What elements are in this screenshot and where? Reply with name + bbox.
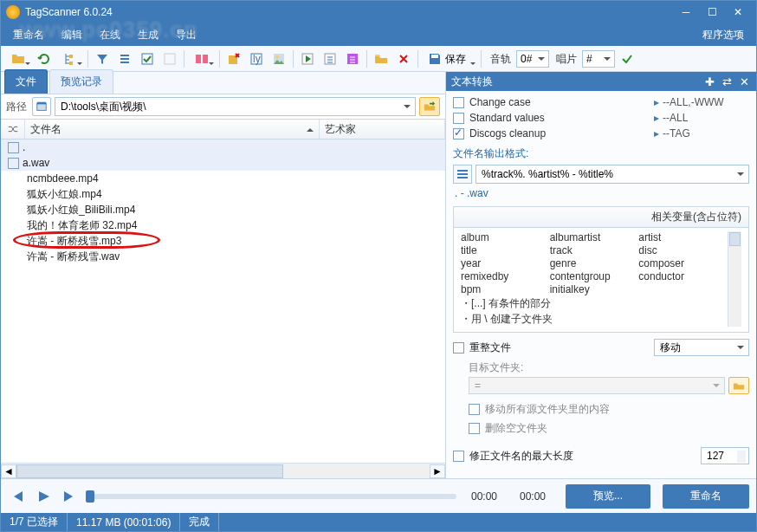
transform-row[interactable]: Discogs cleanup▸--TAG (453, 126, 749, 141)
select-all-button[interactable] (137, 49, 158, 69)
var-item[interactable] (638, 283, 728, 295)
remove-tag-button[interactable] (223, 49, 244, 69)
scroll-left-button[interactable]: ◄ (1, 464, 16, 478)
dest-label: 目标文件夹: (453, 360, 749, 375)
file-row[interactable]: 我的！体育老师 32.mp4 (1, 217, 445, 233)
var-item[interactable]: albumartist (550, 231, 639, 243)
var-item[interactable]: contentgroup (550, 270, 639, 282)
vars-scrollbar[interactable] (728, 231, 741, 327)
path-go-button[interactable] (419, 97, 440, 116)
tree-view-button[interactable] (56, 49, 84, 69)
transform-row[interactable]: Change case▸--ALL,-WWW (453, 94, 749, 110)
refresh-button[interactable] (34, 49, 55, 69)
move-all-checkbox[interactable] (469, 404, 480, 415)
seek-knob[interactable] (86, 490, 94, 503)
tab-preview[interactable]: 预览记录 (49, 69, 113, 94)
dest-browse-button[interactable] (728, 377, 749, 394)
menu-program-settings[interactable]: 程序选项 (694, 24, 753, 46)
var-item[interactable]: disc (638, 244, 728, 256)
col-shuffle[interactable] (1, 120, 25, 139)
menu-edit[interactable]: 编辑 (53, 24, 91, 46)
tab-file[interactable]: 文件 (4, 69, 48, 94)
maxlen-input[interactable]: 127 (701, 447, 749, 464)
format-input[interactable]: %track%. %artist% - %title% (476, 165, 749, 184)
clear-selection-button[interactable] (159, 49, 180, 69)
play-button[interactable] (297, 49, 318, 69)
save-dropdown[interactable]: 保存 (422, 49, 477, 69)
status-bar: 1/7 已选择 11.17 MB (00:01:06) 完成 (1, 513, 756, 531)
player-prev-button[interactable] (8, 487, 27, 506)
tag-to-tag-button[interactable] (188, 49, 216, 69)
player-play-button[interactable] (34, 487, 53, 506)
var-item[interactable]: bpm (461, 283, 550, 295)
track-combo[interactable]: 0# (516, 50, 549, 68)
explorer-button[interactable] (371, 49, 391, 69)
var-item[interactable]: artist (638, 231, 728, 243)
file-root-row[interactable]: . (1, 139, 445, 155)
enqueue-button[interactable] (320, 49, 340, 69)
file-row-selected[interactable]: a.wav (1, 155, 445, 171)
reorganize-checkbox[interactable] (453, 342, 464, 354)
rename-button[interactable]: 重命名 (663, 484, 749, 509)
dest-input[interactable]: = (469, 377, 725, 394)
path-root-icon[interactable] (32, 97, 51, 116)
save-label: 保存 (445, 52, 466, 67)
var-item[interactable]: track (550, 244, 639, 256)
var-item[interactable]: composer (638, 257, 728, 269)
preview-button[interactable]: 预览... (566, 484, 650, 509)
maximize-button[interactable]: ☐ (699, 3, 725, 22)
transform-checkbox[interactable] (453, 113, 464, 124)
format-example-link[interactable]: . - .wav (453, 187, 749, 199)
minimize-button[interactable]: ─ (673, 3, 699, 22)
cover-button[interactable] (269, 49, 289, 69)
panel-close-button[interactable]: ✕ (737, 75, 751, 88)
var-item[interactable]: remixedby (461, 270, 550, 282)
playlist-button[interactable] (342, 49, 363, 69)
format-presets-button[interactable] (453, 165, 472, 184)
var-item[interactable]: year (461, 257, 550, 269)
menu-generate[interactable]: 生成 (129, 24, 167, 46)
transform-checkbox[interactable] (453, 128, 464, 139)
file-list[interactable]: . a.wav ncmbdeee.mp4 狐妖小红娘.mp4 狐妖小红娘_Bil… (1, 139, 445, 463)
list-button[interactable] (114, 49, 135, 69)
maxlen-checkbox[interactable] (453, 451, 464, 462)
panel-config-button[interactable]: ⇄ (720, 75, 734, 88)
apply-numbering-button[interactable] (617, 49, 637, 69)
var-item[interactable]: initialkey (550, 283, 639, 295)
file-row[interactable]: 狐妖小红娘_BiliBili.mp4 (1, 202, 445, 217)
menu-online[interactable]: 在线 (91, 24, 129, 46)
var-item[interactable]: title (461, 244, 550, 256)
var-item[interactable]: genre (550, 257, 639, 269)
file-row[interactable]: 许嵩 - 断桥残雪.wav (1, 249, 445, 264)
var-item[interactable]: conductor (638, 270, 728, 282)
file-row[interactable]: 狐妖小红娘.mp4 (1, 186, 445, 202)
close-button[interactable]: ✕ (725, 3, 751, 22)
delete-button[interactable] (393, 49, 414, 69)
scroll-thumb[interactable] (16, 464, 283, 478)
panel-add-button[interactable]: ✚ (702, 75, 716, 88)
player-next-button[interactable] (60, 487, 79, 506)
file-row[interactable]: ncmbdeee.mp4 (1, 171, 445, 186)
root-checkbox[interactable] (8, 142, 19, 153)
var-item[interactable]: album (461, 231, 550, 243)
col-artist[interactable]: 艺术家 (320, 120, 445, 139)
menu-export[interactable]: 导出 (167, 24, 205, 46)
lyrics-button[interactable]: ly (246, 49, 267, 69)
transform-checkbox[interactable] (453, 97, 464, 108)
path-input[interactable]: D:\tools\桌面\视频\ (55, 97, 416, 116)
file-checkbox[interactable] (8, 158, 19, 169)
scroll-right-button[interactable]: ► (430, 464, 445, 478)
transform-row[interactable]: Standard values▸--ALL (453, 110, 749, 126)
open-folder-button[interactable] (4, 49, 32, 69)
menu-rename[interactable]: 重命名 (4, 24, 53, 46)
delete-empty-checkbox[interactable] (469, 423, 480, 434)
h-scrollbar[interactable]: ◄ ► (1, 463, 445, 478)
player-seek-slider[interactable] (86, 494, 456, 499)
left-pane: 文件 预览记录 路径 D:\tools\桌面\视频\ 文件名 艺术家 . a.w… (1, 72, 446, 478)
filter-button[interactable] (92, 49, 113, 69)
disc-combo[interactable]: # (582, 50, 615, 68)
col-filename[interactable]: 文件名 (25, 120, 320, 139)
svg-rect-15 (37, 104, 47, 111)
file-row[interactable]: 许嵩 - 断桥残雪.mp3 (1, 233, 445, 249)
reorganize-mode-dropdown[interactable]: 移动 (654, 339, 749, 356)
